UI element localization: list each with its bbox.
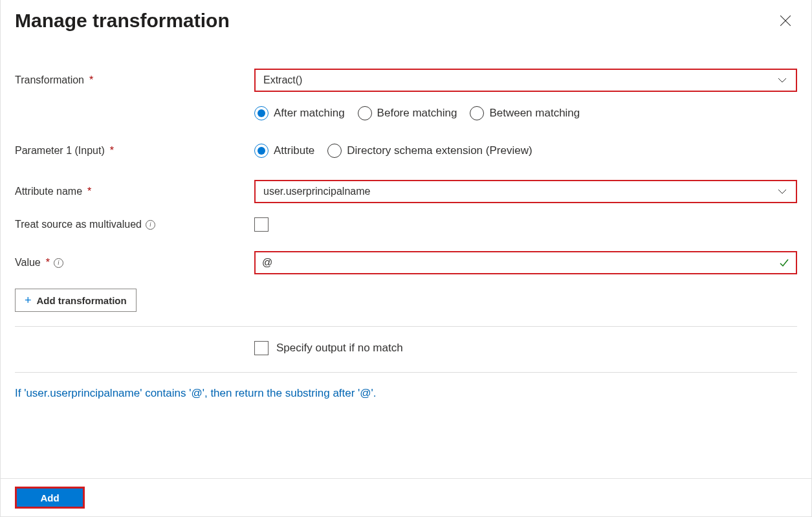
treat-multivalued-checkbox[interactable] (254, 217, 269, 232)
chevron-down-icon (776, 74, 788, 86)
matching-radio-between[interactable]: Between matching (470, 106, 580, 120)
info-icon[interactable]: i (54, 258, 63, 268)
transformation-value: Extract() (263, 74, 302, 86)
treat-multivalued-label: Treat source as multivalued i (15, 219, 254, 230)
close-icon (780, 15, 791, 27)
transformation-dropdown[interactable]: Extract() (254, 69, 797, 92)
add-button[interactable]: Add (15, 487, 85, 509)
attribute-name-value: user.userprincipalname (263, 186, 370, 197)
page-title: Manage transformation (15, 10, 230, 32)
matching-radio-before[interactable]: Before matching (358, 106, 457, 120)
value-text: @ (262, 257, 779, 269)
radio-icon (254, 106, 269, 120)
plus-icon: + (25, 294, 32, 306)
check-icon (779, 258, 789, 268)
attribute-name-label: Attribute name* (15, 186, 254, 197)
parameter1-radio-extension[interactable]: Directory schema extension (Preview) (327, 144, 532, 158)
parameter1-label: Parameter 1 (Input)* (15, 145, 254, 157)
specify-output-label: Specify output if no match (276, 342, 403, 355)
separator (15, 326, 797, 327)
separator (15, 372, 797, 373)
close-button[interactable] (774, 9, 797, 32)
parameter1-radio-group: Attribute Directory schema extension (Pr… (254, 144, 797, 158)
radio-icon (470, 106, 484, 120)
attribute-name-dropdown[interactable]: user.userprincipalname (254, 180, 797, 203)
chevron-down-icon (776, 186, 788, 197)
matching-radio-after[interactable]: After matching (254, 106, 345, 120)
specify-output-checkbox[interactable] (254, 341, 269, 355)
transformation-description: If 'user.userprincipalname' contains '@'… (15, 387, 797, 400)
value-input[interactable]: @ (254, 251, 797, 274)
radio-icon (254, 144, 269, 158)
add-transformation-button[interactable]: + Add transformation (15, 289, 137, 312)
radio-icon (358, 106, 372, 120)
value-label: Value* i (15, 257, 254, 269)
transformation-label: Transformation* (15, 74, 254, 86)
parameter1-radio-attribute[interactable]: Attribute (254, 144, 314, 158)
info-icon[interactable]: i (146, 220, 155, 230)
matching-radio-group: After matching Before matching Between m… (254, 106, 797, 120)
radio-icon (327, 144, 342, 158)
